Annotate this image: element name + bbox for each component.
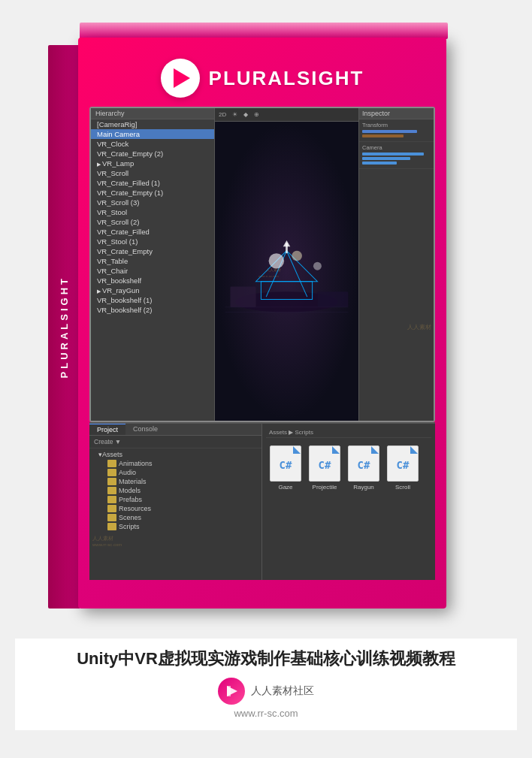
folder-label: Resources (119, 505, 151, 512)
cs-icon-raygun: C# (348, 445, 379, 482)
footer-logo-icon (224, 684, 239, 699)
toolbar-2d: 2D (219, 111, 226, 118)
inspector-panel: Inspector Transform Camera (358, 108, 434, 421)
folder-label: Prefabs (119, 496, 142, 503)
script-label-gaze: Gaze (278, 484, 292, 491)
hierarchy-item: VR_Crate_Empty (1) (91, 188, 214, 198)
script-icon-raygun: C# Raygun (348, 445, 379, 491)
folder-label: Animations (119, 460, 153, 467)
inspector-section: Transform (359, 119, 434, 142)
watermark-assets: 人人素材 (407, 323, 431, 331)
folder-icon (107, 514, 116, 521)
hierarchy-item: VR_Scroll (3) (91, 198, 214, 207)
hierarchy-item-selected: Main Camera (91, 129, 214, 139)
watermark-project: 人人素材 (92, 535, 258, 542)
script-icon-gaze: C# Gaze (270, 445, 301, 491)
box-left-side: PLURALSIGHT (48, 45, 80, 609)
site-label: 人人素材社区 (251, 684, 314, 698)
hierarchy-item: VR_bookshelf (2) (91, 305, 214, 315)
hierarchy-item: VR_rayGun (91, 285, 214, 295)
folder-label: Models (119, 487, 141, 494)
tree-item-assets: ▾ Assets (92, 450, 258, 459)
footer-logo-area: 人人素材社区 (218, 678, 314, 705)
svg-point-5 (269, 253, 284, 268)
folder-label: Scenes (119, 514, 141, 521)
breadcrumb: Assets ▶ Scripts (269, 429, 313, 436)
script-label-projectile: Projectile (313, 484, 337, 491)
toolbar-sun: ☀ (232, 111, 237, 118)
cs-icon-gaze: C# (270, 445, 301, 482)
inspector-label: Camera (362, 144, 431, 151)
svg-point-6 (292, 251, 302, 261)
footer-branding: 人人素材社区 www.rr-sc.com (30, 675, 502, 719)
inspector-label: Transform (362, 122, 431, 128)
box-front: PLURALSIGHT Hierarchy [CameraRig] Main C… (78, 38, 446, 609)
footer-section: Unity中VR虚拟现实游戏制作基础核心训练视频教程 人人素材社区 www.rr… (15, 639, 517, 730)
play-icon (174, 68, 190, 88)
hierarchy-item: VR_Chair (91, 266, 214, 276)
tree-item-models[interactable]: Models (92, 486, 258, 495)
page-wrapper: PLURALSIGHT PLURALSIGHT Hierarchy (0, 0, 532, 758)
project-tree: ▾ Assets Animations Audio (89, 448, 261, 548)
folder-label: Materials (119, 478, 147, 485)
box-top-side (80, 23, 448, 39)
tree-item-animations[interactable]: Animations (92, 459, 258, 468)
folder-label: Assets (102, 451, 122, 458)
logo-text: PLURALSIGHT (209, 67, 364, 90)
project-tab-project[interactable]: Project (89, 424, 125, 435)
script-icons-grid: C# Gaze C# Projectile (266, 442, 431, 494)
folder-icon (107, 469, 116, 476)
bottom-panels: Project Console Create ▼ ▾ Assets Ani (89, 422, 435, 580)
viewport-panel: 2D ☀ ◆ ⊕ (215, 108, 358, 421)
tree-item-audio[interactable]: Audio (92, 468, 258, 477)
svg-marker-11 (283, 240, 291, 246)
svg-text:人人素材: 人人素材 (266, 267, 281, 272)
inspector-bar (362, 157, 410, 160)
breadcrumb-bar: Assets ▶ Scripts (266, 427, 431, 438)
hierarchy-item: VR_Crate_Filled (91, 227, 214, 237)
hierarchy-item: VR_bookshelf (1) (91, 295, 214, 305)
logo-circle (161, 59, 200, 98)
hierarchy-item: VR_Clock (91, 139, 214, 149)
folder-icon (107, 523, 116, 530)
tree-item-scenes[interactable]: Scenes (92, 513, 258, 522)
hierarchy-item: VR_Crate_Empty (2) (91, 149, 214, 159)
script-label-raygun: Raygun (353, 484, 374, 491)
assets-panel: Assets ▶ Scripts C# Gaze C (262, 424, 435, 580)
svg-marker-17 (227, 686, 231, 696)
svg-rect-9 (317, 291, 348, 307)
tree-item-prefabs[interactable]: Prefabs (92, 495, 258, 504)
cs-icon-scroll: C# (387, 445, 419, 482)
hierarchy-header: Hierarchy (91, 108, 214, 119)
viewport-content: 人人素材 www.rr-sc.com (215, 122, 358, 421)
tree-item-scripts[interactable]: Scripts (92, 522, 258, 531)
hierarchy-item: VR_Scroll (2) (91, 217, 214, 227)
scene-svg: 人人素材 www.rr-sc.com (215, 122, 358, 421)
hierarchy-item: VR_Crate_Filled (1) (91, 178, 214, 188)
cs-text: C# (319, 459, 331, 471)
footer-logo-circle (218, 678, 245, 705)
box-side-text: PLURALSIGHT (59, 276, 70, 378)
hierarchy-item: VR_Crate_Empty (91, 246, 214, 256)
cs-icon-projectile: C# (309, 445, 340, 482)
logo-area: PLURALSIGHT (161, 59, 364, 98)
hierarchy-panel: Hierarchy [CameraRig] Main Camera VR_Clo… (91, 108, 215, 421)
folder-label: Audio (119, 469, 136, 476)
cs-text: C# (280, 459, 292, 471)
project-toolbar[interactable]: Create ▼ (89, 436, 261, 448)
hierarchy-item: VR_Stool (1) (91, 237, 214, 246)
viewport-toolbar: 2D ☀ ◆ ⊕ (215, 108, 358, 122)
folder-icon (107, 460, 116, 467)
cs-text: C# (397, 459, 410, 471)
tree-item-materials[interactable]: Materials (92, 477, 258, 486)
inspector-section: Camera (359, 142, 434, 169)
tree-item-resources[interactable]: Resources (92, 504, 258, 513)
hierarchy-item: [CameraRig] (91, 119, 214, 129)
inspector-bar (362, 153, 424, 156)
script-icon-projectile: C# Projectile (309, 445, 340, 491)
project-tab-console[interactable]: Console (125, 424, 165, 435)
inspector-bar (362, 134, 404, 137)
website-url: www.rr-sc.com (234, 708, 298, 719)
hierarchy-item: VR_Scroll (91, 168, 214, 178)
front-content: PLURALSIGHT Hierarchy [CameraRig] Main C… (78, 38, 446, 609)
